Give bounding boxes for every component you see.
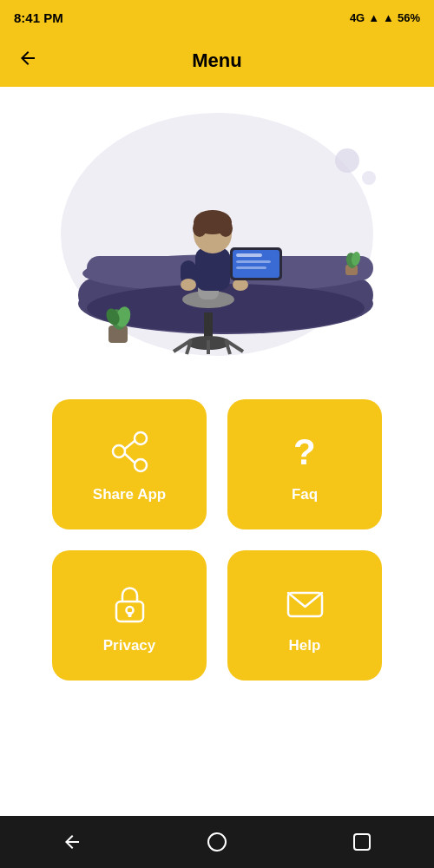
back-button[interactable] [17, 48, 38, 74]
network-icon: 4G [350, 11, 365, 24]
privacy-button[interactable]: Privacy [52, 550, 207, 681]
svg-rect-48 [354, 834, 370, 850]
faq-button[interactable]: ? Faq [227, 399, 382, 529]
help-label: Help [289, 637, 321, 654]
nav-back-button[interactable] [55, 825, 89, 859]
svg-point-20 [219, 220, 233, 237]
share-icon [103, 425, 155, 477]
share-app-button[interactable]: Share App [52, 399, 207, 529]
privacy-label: Privacy [103, 637, 156, 654]
status-bar: 8:41 PM 4G ▲ ▲ 56% [0, 0, 434, 35]
wifi-icon: ▲ [383, 11, 394, 24]
svg-point-1 [362, 171, 376, 185]
svg-line-40 [125, 441, 135, 449]
svg-text:?: ? [293, 431, 316, 472]
svg-point-38 [113, 445, 125, 457]
svg-point-23 [181, 279, 196, 291]
status-time: 8:41 PM [14, 10, 63, 25]
hero-illustration [52, 113, 382, 356]
envelope-icon [279, 576, 331, 628]
battery-icon: 56% [398, 11, 420, 24]
header: Menu [0, 35, 434, 87]
svg-point-24 [233, 279, 248, 291]
svg-point-19 [193, 220, 207, 237]
header-title: Menu [192, 49, 241, 72]
status-icons: 4G ▲ ▲ 56% [350, 11, 420, 24]
svg-rect-16 [195, 247, 230, 291]
bottom-nav [0, 816, 434, 868]
lock-icon [103, 576, 155, 628]
svg-rect-28 [236, 260, 271, 263]
svg-line-41 [125, 454, 135, 463]
svg-point-47 [208, 833, 226, 851]
svg-point-0 [335, 148, 359, 173]
svg-point-6 [87, 284, 365, 332]
svg-rect-29 [236, 266, 266, 269]
share-app-label: Share App [93, 486, 166, 503]
faq-label: Faq [292, 486, 318, 503]
svg-rect-43 [116, 602, 143, 621]
illustration-area [0, 87, 434, 382]
svg-rect-45 [128, 612, 131, 617]
nav-home-button[interactable] [200, 825, 234, 859]
signal-icon: ▲ [368, 11, 379, 24]
svg-rect-27 [236, 253, 262, 257]
nav-recents-button[interactable] [345, 825, 379, 859]
help-button[interactable]: Help [227, 550, 382, 681]
svg-rect-7 [204, 312, 213, 339]
svg-point-39 [135, 459, 147, 471]
svg-point-37 [135, 432, 147, 444]
question-icon: ? [279, 425, 331, 477]
menu-grid: Share App ? Faq Privacy [0, 382, 434, 698]
